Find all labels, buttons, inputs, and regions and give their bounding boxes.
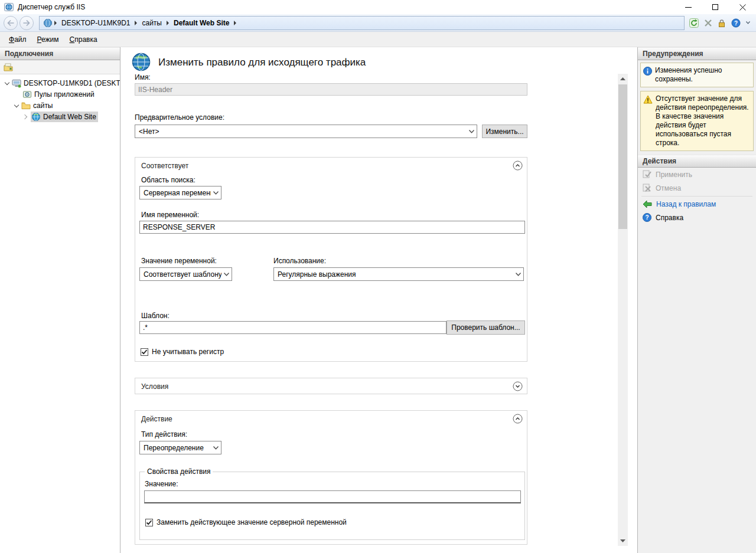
chevron-down-icon — [467, 130, 477, 133]
menu-view[interactable]: Режим — [32, 33, 64, 46]
svg-text:?: ? — [645, 214, 649, 221]
server-icon — [12, 78, 21, 88]
pattern-input[interactable] — [139, 321, 447, 334]
info-icon — [643, 67, 652, 84]
test-pattern-button[interactable]: Проверить шаблон... — [447, 320, 525, 335]
chevron-collapsed-icon[interactable] — [22, 113, 30, 120]
tree-item-label: Default Web Site — [43, 113, 96, 121]
create-connection-icon[interactable] — [4, 63, 13, 72]
refresh-icon[interactable] — [689, 18, 699, 28]
test-pattern-button-label: Проверить шаблон... — [451, 323, 520, 332]
info-alert: Изменения успешно сохранены. — [640, 63, 754, 87]
breadcrumb-item-sites[interactable]: сайты — [139, 19, 165, 27]
replace-value-checkbox[interactable]: Заменить действующее значение серверной … — [145, 518, 347, 526]
site-icon — [31, 112, 41, 122]
breadcrumb-arrow-icon[interactable] — [135, 21, 137, 25]
checkbox-checked-icon — [141, 348, 148, 356]
globe-icon — [43, 18, 53, 28]
scope-select[interactable]: Серверная переменн — [139, 186, 221, 199]
maximize-button[interactable] — [702, 0, 729, 14]
titlebar: Диспетчер служб IIS — [0, 0, 756, 14]
vertical-scrollbar[interactable] — [618, 74, 628, 546]
feature-view: Изменить правило для исходящего трафика … — [120, 47, 638, 553]
value-input[interactable] — [144, 490, 521, 503]
cancel-action: Отмена — [638, 181, 756, 195]
window-controls — [674, 0, 756, 14]
breadcrumb-arrow-icon[interactable] — [234, 21, 236, 25]
precondition-select[interactable]: <Нет> — [135, 125, 477, 138]
expand-section-button[interactable] — [513, 381, 523, 391]
tree-item-server[interactable]: DESKTOP-U1MK9D1 (DESKTOP- — [0, 77, 120, 89]
tree-item-app-pools[interactable]: Пулы приложений — [0, 89, 120, 100]
back-arrow-icon — [643, 200, 652, 208]
ignore-case-checkbox[interactable]: Не учитывать регистр — [141, 348, 224, 356]
usage-select[interactable]: Регулярные выражения — [273, 267, 524, 281]
chevron-down-icon[interactable] — [746, 21, 750, 24]
chevron-expanded-icon[interactable] — [13, 102, 20, 109]
action-section: Действие Тип действия: Переопределение С… — [135, 410, 527, 545]
iis-manager-window: Диспетчер служб IIS DESKTOP-U1MK9D1 сайт… — [0, 0, 756, 553]
page-title: Изменить правило для исходящего трафика — [158, 57, 366, 68]
usage-label: Использование: — [273, 257, 326, 265]
tree-item-sites[interactable]: сайты — [0, 100, 120, 111]
scrollbar-thumb[interactable] — [618, 84, 627, 229]
action-properties-group: Свойства действия Значение: Заменить дей… — [139, 472, 525, 540]
warnings-header: Предупреждения — [638, 47, 756, 60]
variable-name-label: Имя переменной: — [141, 211, 199, 219]
precondition-label: Предварительное условие: — [135, 113, 224, 122]
menu-help[interactable]: Справка — [64, 33, 103, 46]
close-button[interactable] — [729, 0, 756, 14]
chevron-down-icon — [221, 273, 232, 276]
app-pools-icon — [22, 90, 32, 99]
actions-header: Действия — [638, 155, 756, 168]
help-icon: ? — [643, 213, 651, 222]
name-label: Имя: — [135, 73, 151, 81]
breadcrumb-item-default-web-site[interactable]: Default Web Site — [171, 19, 232, 27]
conditions-section[interactable]: Условия — [135, 378, 527, 394]
info-alert-text: Изменения успешно сохранены. — [655, 66, 751, 84]
breadcrumb[interactable]: DESKTOP-U1MK9D1 сайты Default Web Site — [39, 16, 685, 30]
collapse-section-button[interactable] — [513, 414, 523, 424]
replace-value-label: Заменить действующее значение серверной … — [157, 518, 347, 526]
window-title: Диспетчер служб IIS — [18, 3, 85, 11]
svg-text:?: ? — [734, 19, 738, 26]
actions-header-label: Действия — [643, 157, 676, 165]
minimize-button[interactable] — [674, 0, 702, 14]
connections-tree: DESKTOP-U1MK9D1 (DESKTOP- Пулы приложени… — [0, 75, 120, 553]
variable-name-input[interactable] — [139, 221, 525, 234]
scroll-up-icon[interactable] — [618, 74, 628, 84]
edit-precondition-button[interactable]: Изменить... — [482, 125, 527, 138]
chevron-expanded-icon[interactable] — [4, 80, 11, 87]
forward-button — [19, 16, 34, 30]
checkbox-checked-icon — [145, 519, 153, 526]
selected-tree-item[interactable]: Default Web Site — [31, 112, 98, 122]
folder-icon — [21, 101, 31, 110]
scope-label: Область поиска: — [141, 176, 195, 184]
action-type-select[interactable]: Переопределение — [139, 441, 221, 454]
back-to-rules-action[interactable]: Назад к правилам — [638, 198, 756, 211]
collapse-section-button[interactable] — [513, 161, 523, 171]
help-icon[interactable]: ? — [731, 18, 741, 28]
menu-file[interactable]: Файл — [4, 33, 32, 46]
connections-toolbar — [0, 60, 120, 74]
edit-button-label: Изменить... — [485, 127, 523, 136]
action-type-label: Тип действия: — [141, 430, 187, 439]
scroll-down-icon[interactable] — [618, 536, 628, 546]
apply-icon — [643, 170, 651, 179]
breadcrumb-arrow-icon[interactable] — [167, 21, 169, 25]
tree-item-default-web-site[interactable]: Default Web Site — [0, 111, 120, 122]
chevron-down-icon — [211, 191, 221, 195]
lock-icon[interactable] — [718, 18, 726, 28]
variable-value-select[interactable]: Соответствует шаблону — [139, 267, 232, 281]
help-label: Справка — [656, 214, 683, 222]
breadcrumb-item-server[interactable]: DESKTOP-U1MK9D1 — [58, 19, 133, 27]
scope-value: Серверная переменн — [144, 189, 211, 197]
tree-item-label: сайты — [33, 102, 53, 110]
addressbar: DESKTOP-U1MK9D1 сайты Default Web Site ? — [0, 14, 756, 32]
right-panel: Предупреждения Изменения успешно сохране… — [638, 47, 756, 553]
tree-item-label: Пулы приложений — [34, 90, 94, 99]
chevron-down-icon — [211, 446, 221, 450]
stop-icon[interactable] — [704, 19, 712, 27]
breadcrumb-arrow-icon[interactable] — [54, 21, 57, 25]
help-action[interactable]: ? Справка — [638, 211, 756, 224]
